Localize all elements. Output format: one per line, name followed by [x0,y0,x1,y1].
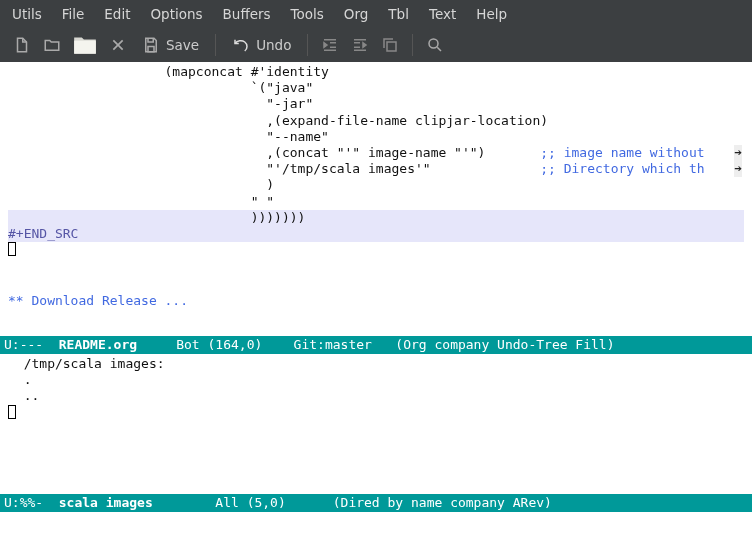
modeline-status: U:%%- [4,495,51,510]
folder-icon[interactable] [68,31,102,59]
svg-point-1 [429,39,438,48]
toolbar-separator [307,34,308,56]
code-line: " " [8,194,744,210]
modeline-status: U:--- [4,337,51,352]
code-line: (mapconcat #'identity [8,64,744,80]
buffer-dired[interactable]: /tmp/scala images: . .. [0,354,752,494]
undo-icon [232,36,250,54]
cursor [8,242,16,256]
menu-tbl[interactable]: Tbl [378,2,419,26]
menu-org[interactable]: Org [334,2,379,26]
toolbar: Save Undo [0,28,752,62]
modeline-dired[interactable]: U:%%- scala images All (5,0) (Dired by n… [0,494,752,512]
menu-file[interactable]: File [52,2,95,26]
close-icon[interactable] [104,31,132,59]
save-button[interactable]: Save [134,31,207,59]
menu-utils[interactable]: Utils [2,2,52,26]
code-line: #+END_SRC [8,226,744,242]
search-icon[interactable] [421,31,449,59]
menu-buffers[interactable]: Buffers [213,2,281,26]
code-line: ) [8,177,744,193]
code-line: ,(concat "'" image-name "'") ;; image na… [8,145,744,161]
modeline-info: All (5,0) (Dired by name company ARev) [161,495,552,510]
code-line: ​ [8,277,744,293]
indent-icon[interactable] [346,31,374,59]
menubar: Utils File Edit Options Buffers Tools Or… [0,0,752,28]
save-icon [142,36,160,54]
dired-line [8,405,744,423]
svg-rect-0 [387,42,396,51]
modeline-readme[interactable]: U:--- README.org Bot (164,0) Git:master … [0,336,752,354]
modeline-info: Bot (164,0) Git:master (Org company Undo… [145,337,615,352]
toolbar-separator [215,34,216,56]
cursor [8,405,16,419]
copy-icon[interactable] [376,31,404,59]
code-line: ,(expand-file-name clipjar-location) [8,113,744,129]
menu-help[interactable]: Help [466,2,517,26]
code-line: ** Download Release ... [8,293,744,309]
buffer-readme[interactable]: (mapconcat #'identity `("java" "-jar" ,(… [0,62,752,336]
open-folder-icon[interactable] [38,31,66,59]
code-line: "--name" [8,129,744,145]
code-line [8,242,744,260]
code-line: "-jar" [8,96,744,112]
code-line: ))))))) [8,210,744,226]
new-file-icon[interactable] [8,31,36,59]
minibuffer[interactable] [0,512,752,524]
dired-line: . [8,372,744,388]
menu-edit[interactable]: Edit [94,2,140,26]
code-line: `("java" [8,80,744,96]
buffer-name: README.org [51,337,145,352]
save-label: Save [166,37,199,53]
buffer-name: scala images [51,495,161,510]
dired-line: /tmp/scala images: [8,356,744,372]
undo-button[interactable]: Undo [224,31,299,59]
dired-line: .. [8,388,744,404]
code-line: ​ [8,260,744,276]
undo-label: Undo [256,37,291,53]
menu-options[interactable]: Options [140,2,212,26]
code-line: "'/tmp/scala images'" ;; Directory which… [8,161,744,177]
menu-tools[interactable]: Tools [281,2,334,26]
dedent-icon[interactable] [316,31,344,59]
menu-text[interactable]: Text [419,2,466,26]
toolbar-separator [412,34,413,56]
